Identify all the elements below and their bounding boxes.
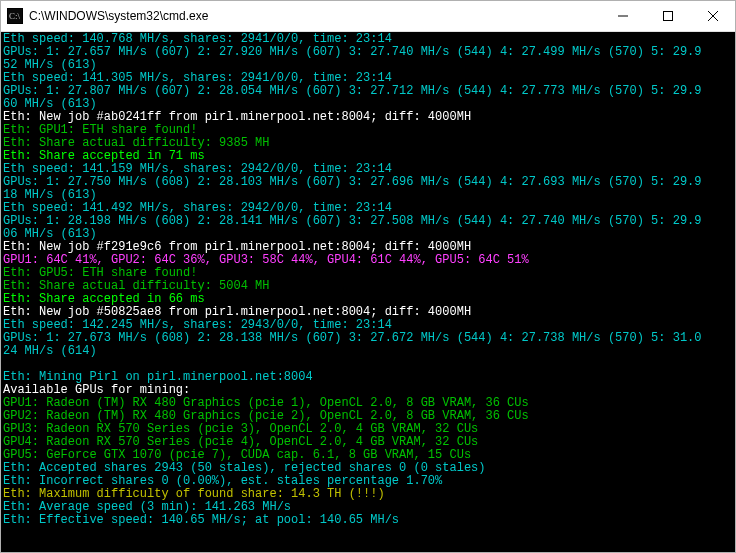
console-line: 06 MH/s (613) bbox=[3, 227, 97, 241]
console-line: GPU3: Radeon RX 570 Series (pcie 3), Ope… bbox=[3, 422, 478, 436]
console-line: Eth: Share actual difficulty: 5004 MH bbox=[3, 279, 269, 293]
svg-text:C:\: C:\ bbox=[9, 11, 21, 21]
console-line: Eth speed: 141.305 MH/s, shares: 2941/0/… bbox=[3, 71, 392, 85]
console-line: Eth speed: 141.492 MH/s, shares: 2942/0/… bbox=[3, 201, 392, 215]
console-line: 24 MH/s (614) bbox=[3, 344, 97, 358]
window-title: C:\WINDOWS\system32\cmd.exe bbox=[29, 9, 208, 23]
console-line: 60 MH/s (613) bbox=[3, 97, 97, 111]
console-line: Eth: Accepted shares 2943 (50 stales), r… bbox=[3, 461, 485, 475]
console-line: GPUs: 1: 27.673 MH/s (608) 2: 28.138 MH/… bbox=[3, 331, 702, 345]
console-line: 18 MH/s (613) bbox=[3, 188, 97, 202]
cmd-window: C:\ C:\WINDOWS\system32\cmd.exe Eth spee… bbox=[0, 0, 736, 553]
console-line: GPUs: 1: 27.807 MH/s (607) 2: 28.054 MH/… bbox=[3, 84, 702, 98]
console-line: GPU2: Radeon (TM) RX 480 Graphics (pcie … bbox=[3, 409, 529, 423]
console-line: Eth: GPU1: ETH share found! bbox=[3, 123, 197, 137]
console-line: Eth: Share accepted in 71 ms bbox=[3, 149, 205, 163]
console-line: GPU1: 64C 41%, GPU2: 64C 36%, GPU3: 58C … bbox=[3, 253, 529, 267]
console-line: GPUs: 1: 27.657 MH/s (607) 2: 27.920 MH/… bbox=[3, 45, 702, 59]
console-line: Eth: GPU5: ETH share found! bbox=[3, 266, 197, 280]
console-line: Eth: Mining Pirl on pirl.minerpool.net:8… bbox=[3, 370, 313, 384]
console-line: GPU5: GeForce GTX 1070 (pcie 7), CUDA ca… bbox=[3, 448, 471, 462]
console-area[interactable]: Eth speed: 140.768 MH/s, shares: 2941/0/… bbox=[1, 32, 735, 552]
console-line: Eth speed: 140.768 MH/s, shares: 2941/0/… bbox=[3, 32, 392, 46]
console-line: GPUs: 1: 27.750 MH/s (608) 2: 28.103 MH/… bbox=[3, 175, 702, 189]
console-line: Eth: Effective speed: 140.65 MH/s; at po… bbox=[3, 513, 399, 527]
console-line: Eth: New job #50825ae8 from pirl.minerpo… bbox=[3, 305, 471, 319]
maximize-button[interactable] bbox=[645, 1, 690, 31]
cmd-icon: C:\ bbox=[7, 8, 23, 24]
console-line: Eth speed: 142.245 MH/s, shares: 2943/0/… bbox=[3, 318, 392, 332]
console-line: Eth: Incorrect shares 0 (0.00%), est. st… bbox=[3, 474, 442, 488]
svg-rect-3 bbox=[663, 12, 672, 21]
console-line: 52 MH/s (613) bbox=[3, 58, 97, 72]
title-bar[interactable]: C:\ C:\WINDOWS\system32\cmd.exe bbox=[1, 1, 735, 32]
console-line: Eth: Average speed (3 min): 141.263 MH/s bbox=[3, 500, 291, 514]
minimize-button[interactable] bbox=[600, 1, 645, 31]
console-output: Eth speed: 140.768 MH/s, shares: 2941/0/… bbox=[3, 33, 733, 527]
console-line: GPU4: Radeon RX 570 Series (pcie 4), Ope… bbox=[3, 435, 478, 449]
console-line: Eth: New job #f291e9c6 from pirl.minerpo… bbox=[3, 240, 471, 254]
console-line: GPUs: 1: 28.198 MH/s (608) 2: 28.141 MH/… bbox=[3, 214, 702, 228]
console-line: Eth speed: 141.159 MH/s, shares: 2942/0/… bbox=[3, 162, 392, 176]
console-line: Eth: New job #ab0241ff from pirl.minerpo… bbox=[3, 110, 471, 124]
console-line: Eth: Maximum difficulty of found share: … bbox=[3, 487, 385, 501]
close-button[interactable] bbox=[690, 1, 735, 31]
console-line: Eth: Share accepted in 66 ms bbox=[3, 292, 205, 306]
console-line: Eth: Share actual difficulty: 9385 MH bbox=[3, 136, 269, 150]
console-line: Available GPUs for mining: bbox=[3, 383, 190, 397]
console-line: GPU1: Radeon (TM) RX 480 Graphics (pcie … bbox=[3, 396, 529, 410]
